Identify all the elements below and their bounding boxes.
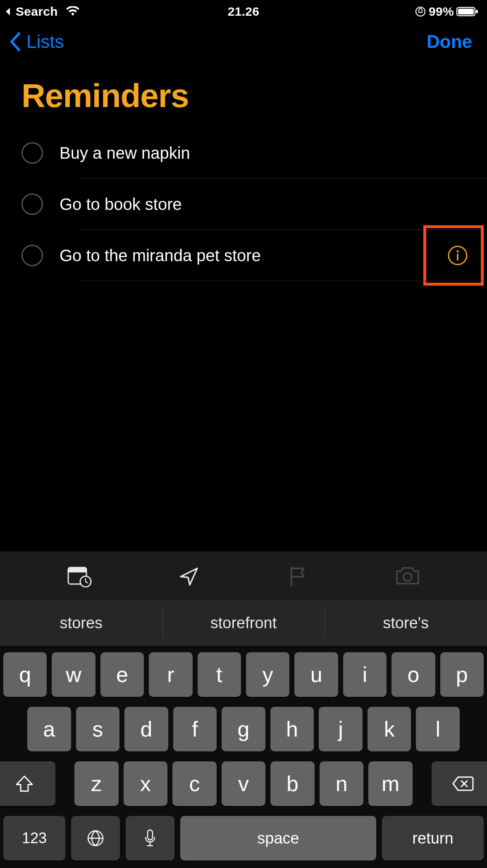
key-s[interactable]: s (76, 707, 120, 751)
suggestion-2[interactable]: storefront (162, 600, 325, 646)
key-w[interactable]: w (52, 652, 95, 697)
reminder-text[interactable]: Go to book store (60, 195, 487, 214)
reminder-checkbox[interactable] (21, 142, 43, 164)
key-m[interactable]: m (368, 761, 413, 806)
key-j[interactable]: j (319, 707, 363, 751)
svg-rect-7 (68, 568, 86, 572)
reminder-row[interactable]: Go to book store (21, 179, 487, 230)
battery-icon (456, 6, 479, 17)
key-y[interactable]: y (246, 652, 289, 697)
done-button[interactable]: Done (427, 31, 472, 52)
annotation-highlight-box (423, 225, 484, 286)
key-u[interactable]: u (294, 652, 338, 697)
shift-icon (15, 775, 34, 793)
location-arrow-icon[interactable] (174, 561, 203, 590)
key-a[interactable]: a (27, 707, 71, 751)
orientation-lock-icon (415, 6, 426, 17)
key-b[interactable]: b (270, 761, 315, 806)
key-n[interactable]: n (320, 761, 364, 806)
key-space[interactable]: space (180, 816, 376, 861)
keyboard-accessory-bar (0, 551, 487, 600)
key-d[interactable]: d (124, 707, 168, 751)
key-o[interactable]: o (392, 652, 435, 697)
key-p[interactable]: p (440, 652, 484, 697)
reminder-row[interactable]: Go to the miranda pet store (21, 230, 487, 281)
keyboard: qwertyuiop asdfghjkl zxcvbnm 123 space r… (0, 646, 487, 868)
key-r[interactable]: r (149, 652, 192, 697)
calendar-clock-icon[interactable] (65, 561, 94, 590)
svg-rect-11 (148, 830, 153, 840)
key-c[interactable]: c (172, 761, 217, 806)
key-dictation[interactable] (126, 816, 174, 861)
svg-rect-3 (476, 10, 478, 13)
key-k[interactable]: k (368, 707, 411, 751)
svg-rect-2 (458, 9, 474, 14)
key-shift[interactable] (0, 761, 55, 806)
wifi-icon (65, 6, 80, 17)
key-f[interactable]: f (173, 707, 217, 751)
key-return[interactable]: return (382, 816, 484, 861)
suggestion-3[interactable]: store's (325, 600, 487, 646)
back-to-app-label: Search (16, 5, 58, 19)
reminder-checkbox[interactable] (21, 245, 43, 266)
key-backspace[interactable] (432, 761, 487, 806)
reminder-text[interactable]: Buy a new napkin (60, 144, 487, 162)
key-numbers[interactable]: 123 (3, 816, 65, 861)
camera-icon[interactable] (393, 561, 422, 590)
keyboard-suggestions: stores storefront store's (0, 600, 487, 646)
status-left[interactable]: Search (4, 5, 80, 19)
status-bar: Search 21.26 99% (0, 0, 487, 23)
key-v[interactable]: v (222, 761, 266, 806)
key-z[interactable]: z (74, 761, 119, 806)
back-button[interactable]: Lists (8, 31, 64, 52)
key-t[interactable]: t (198, 652, 241, 697)
globe-icon (86, 829, 105, 847)
chevron-left-icon (8, 32, 22, 52)
back-label: Lists (26, 31, 64, 52)
reminder-checkbox[interactable] (21, 193, 43, 215)
suggestion-1[interactable]: stores (0, 600, 162, 646)
key-e[interactable]: e (100, 652, 144, 697)
svg-point-9 (403, 573, 412, 581)
key-g[interactable]: g (222, 707, 265, 751)
page-title-wrap: Reminders (0, 60, 487, 127)
reminder-list: Buy a new napkinGo to book storeGo to th… (0, 127, 487, 281)
flag-icon[interactable] (284, 561, 313, 590)
mic-icon (143, 828, 157, 848)
key-h[interactable]: h (270, 707, 314, 751)
battery-percent: 99% (429, 5, 454, 19)
key-globe[interactable] (71, 816, 120, 861)
page-title: Reminders (21, 77, 487, 115)
key-x[interactable]: x (124, 761, 168, 806)
back-to-app-icon (4, 7, 12, 16)
key-i[interactable]: i (343, 652, 387, 697)
reminder-row[interactable]: Buy a new napkin (21, 127, 487, 179)
backspace-icon (451, 775, 474, 792)
row-divider (80, 281, 487, 281)
reminder-text[interactable]: Go to the miranda pet store (60, 246, 443, 265)
key-l[interactable]: l (416, 707, 460, 751)
nav-bar: Lists Done (0, 23, 487, 60)
key-q[interactable]: q (3, 652, 47, 697)
